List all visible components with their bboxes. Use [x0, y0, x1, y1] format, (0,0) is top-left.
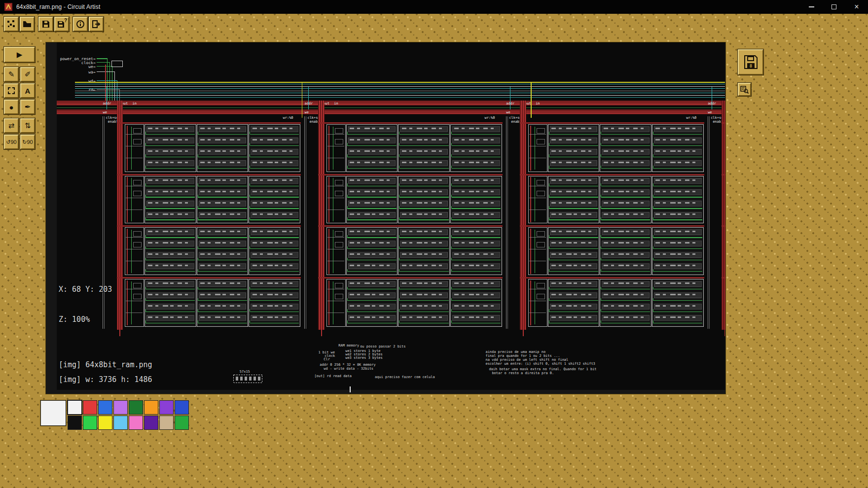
hud-coordinates: X: 68 Y: 203: [59, 285, 112, 294]
palette-swatch-red[interactable]: [83, 400, 97, 415]
minimize-button[interactable]: [800, 0, 823, 14]
svg-text:57x15: 57x15: [240, 370, 250, 374]
svg-text:na vdd preciso de um left shif: na vdd preciso de um left shift no final: [485, 358, 568, 362]
svg-text:in: in: [334, 102, 338, 105]
palette-swatch-purple[interactable]: [159, 400, 174, 415]
palette-swatch-pink[interactable]: [129, 416, 143, 430]
open-folder-icon: [22, 19, 32, 29]
floppy-disk-icon: 8: [742, 53, 760, 71]
svg-text:wa→: wa→: [88, 70, 96, 74]
hud-zoom-level: Z: 100%: [59, 315, 90, 324]
minimize-icon: [809, 6, 814, 7]
exit-button[interactable]: [89, 17, 104, 32]
svg-text:we3 stores 3 bytes: we3 stores 3 bytes: [345, 356, 383, 360]
rotate-left-icon: ↺90: [6, 139, 16, 145]
svg-text:in: in: [132, 102, 136, 105]
rotate-right-icon: ↻90: [22, 139, 33, 145]
line-tool-button[interactable]: ✐: [20, 67, 35, 82]
svg-text:wd - write data - 32bits: wd - write data - 32bits: [324, 367, 373, 371]
save-button[interactable]: [38, 17, 53, 32]
pencil-icon: ✎: [8, 70, 15, 79]
palette-swatch-tan[interactable]: [159, 416, 174, 430]
palette-swatch-violet[interactable]: [113, 400, 128, 415]
palette-swatch-medium-green[interactable]: [175, 416, 189, 430]
flip-horizontal-button[interactable]: ⇄: [4, 118, 19, 133]
window-controls: ×: [800, 0, 868, 14]
svg-text:we: we: [304, 110, 308, 114]
circuit-artist-window: { "window": { "title": "64x8bit_ram.png …: [0, 0, 868, 488]
svg-text:in: in: [536, 102, 540, 105]
maximize-button[interactable]: [823, 0, 845, 14]
color-picker-tool-button[interactable]: ✒: [20, 100, 35, 114]
palette-swatch-green[interactable]: [83, 416, 97, 430]
rotate-right-90-button[interactable]: ↻90: [20, 135, 35, 149]
palette-swatch-sky-blue[interactable]: [113, 416, 128, 430]
rotate-left-90-button[interactable]: ↺90: [4, 135, 19, 149]
palette-swatch-royal-blue[interactable]: [175, 400, 189, 415]
svg-text:RAM memory: RAM memory: [338, 344, 359, 348]
svg-text:we: we: [506, 110, 510, 114]
close-button[interactable]: ×: [845, 0, 868, 14]
title-bar: 64x8bit_ram.png - Circuit Artist ×: [0, 0, 868, 14]
color-palette: [68, 400, 192, 431]
search-components-button[interactable]: [738, 83, 751, 96]
svg-text:daih botar uma mask extra no f: daih botar uma mask extra no final. Quan…: [489, 367, 596, 371]
current-color-swatch: [40, 400, 66, 426]
save-as-mark: ?: [64, 18, 67, 23]
play-button[interactable]: ▶: [4, 47, 35, 63]
palette-swatch-black[interactable]: [68, 416, 82, 430]
svg-text:final pra quando for 1 ou 2 bi: final pra quando for 1 ou 2 bits ...: [485, 354, 560, 358]
exit-icon: [91, 19, 101, 29]
save-as-button[interactable]: ?: [54, 17, 69, 32]
svg-text:we: we: [708, 110, 712, 114]
svg-text:we: we: [103, 110, 107, 114]
hud-image-size: [img] w: 3736 h: 1486: [59, 375, 152, 384]
svg-text:escolher um entre: (i) shift 0: escolher um entre: (i) shift 0, shift 1 …: [485, 362, 595, 366]
open-file-button[interactable]: [20, 17, 35, 32]
hud-image-name: [img] 64x8bit_ram.png: [59, 360, 152, 369]
swap-horizontal-icon: ⇄: [8, 121, 15, 130]
svg-text:aqui preciso fazer com celula: aqui preciso fazer com celula: [375, 375, 435, 379]
palette-swatch-orange[interactable]: [144, 400, 158, 415]
circuit-image: power_on_reset→clock→we→wa→wd→rd←addrout…: [46, 42, 725, 394]
text-tool-icon: A: [25, 87, 31, 95]
svg-text:wr:%0: wr:%0: [484, 116, 495, 120]
canvas-viewport[interactable]: power_on_reset→clock→we→wa→wd→rd←addrout…: [45, 42, 726, 394]
svg-text:addr 0 256 * 32 = 8K memory: addr 0 256 * 32 = 8K memory: [320, 363, 375, 367]
fill-tool-button[interactable]: ●: [4, 100, 19, 114]
svg-text:we→: we→: [88, 65, 96, 69]
svg-text:botar o resto a direita pra 0.: botar o resto a direita pra 0.: [492, 371, 554, 375]
new-file-icon: [6, 19, 16, 29]
svg-text:rd←: rd←: [88, 88, 96, 92]
palette-swatch-white[interactable]: [68, 400, 82, 415]
palette-swatch-blue[interactable]: [98, 400, 112, 415]
disk-slot-button[interactable]: 8: [738, 49, 763, 75]
palette-swatch-yellow[interactable]: [98, 416, 112, 430]
eyedropper-icon: ✒: [25, 103, 31, 111]
app-logo-icon: [4, 3, 12, 11]
svg-text:Clr: Clr: [324, 357, 330, 361]
palette-swatch-dark-green[interactable]: [129, 400, 143, 415]
fill-blob-icon: ●: [9, 103, 13, 111]
swap-vertical-icon: ⇅: [25, 121, 31, 130]
pencil-tool-button[interactable]: ✎: [4, 67, 19, 82]
info-icon: [75, 19, 85, 29]
svg-text:ainda preciso de uma manip no: ainda preciso de uma manip no: [485, 350, 545, 354]
window-title: 64x8bit_ram.png - Circuit Artist: [16, 3, 100, 10]
select-tool-button[interactable]: [4, 83, 19, 98]
marquee-icon: [8, 87, 15, 94]
about-button[interactable]: [73, 17, 88, 32]
text-tool-button[interactable]: A: [20, 83, 35, 98]
palette-swatch-dark-purple[interactable]: [144, 416, 158, 430]
svg-text:ou posso passar 2 bits: ou posso passar 2 bits: [360, 345, 405, 349]
chip-search-icon: [740, 85, 749, 94]
save-icon: [41, 19, 51, 29]
svg-text:wr:%0: wr:%0: [686, 116, 696, 120]
play-icon: ▶: [17, 50, 23, 59]
line-pencil-icon: ✐: [25, 70, 31, 79]
close-icon: ×: [854, 2, 859, 11]
maximize-icon: [832, 4, 836, 9]
flip-vertical-button[interactable]: ⇅: [20, 118, 35, 133]
svg-text:wr:%0: wr:%0: [283, 116, 293, 120]
new-file-button[interactable]: [4, 17, 19, 32]
